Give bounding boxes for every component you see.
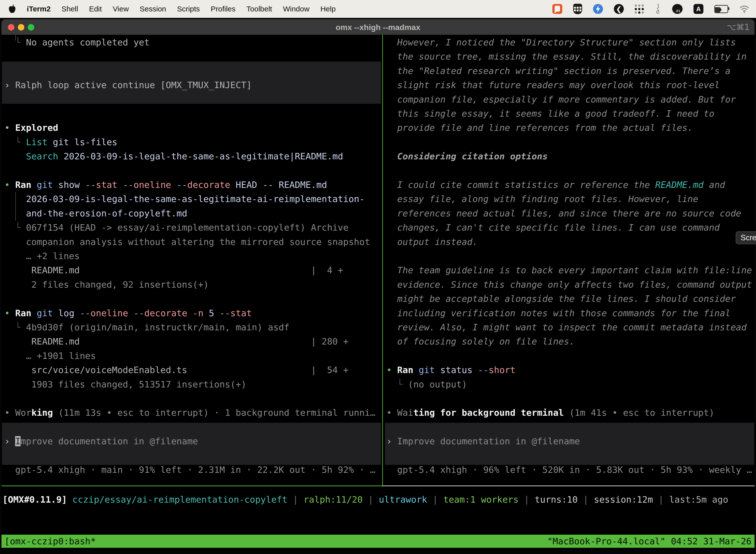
terminal-line: output instead. (386, 235, 478, 249)
ran-git-show: • Ran git show --stat --oneline --decora… (4, 178, 327, 192)
prompt-line-left: › Improve documentation in @filename (4, 434, 198, 448)
blue-bolt-icon[interactable] (593, 4, 603, 14)
explored-search: Search 2026-03-09-is-legal-the-same-as-l… (4, 149, 343, 163)
terminal-line: companion analysis without altering the … (4, 235, 370, 249)
diffstat-readme-2: README.md | 280 + (4, 334, 349, 348)
left-pane-bottom-border (1, 486, 382, 486)
diffstat-readme: README.md | 4 + (4, 263, 343, 277)
terminal-line: references need actual files, and since … (386, 206, 741, 220)
privacy-shield-icon[interactable] (573, 4, 582, 14)
ralph-inject-line: › Ralph loop active continue [OMX_TMUX_I… (4, 78, 252, 92)
window-titlebar: omx --xhigh --madmax ⌥⌘1 (1, 19, 755, 35)
menu-item-profiles[interactable]: Profiles (210, 5, 235, 13)
terminal-line: 2026-03-09-is-legal-the-same-as-legitima… (4, 192, 365, 206)
waiting-status: • Waiting for background terminal (1m 41… (386, 405, 714, 420)
window-title: omx --xhigh --madmax (1, 19, 755, 35)
terminal-line: 1903 files changed, 513517 insertions(+) (4, 377, 246, 391)
terminal-line: review. Also, I might want to inspect th… (386, 320, 747, 334)
reasoning-para2: I could cite commit statistics or refere… (386, 178, 725, 192)
tmux-status-bar: [omx-cczip0:bash* "MacBook-Pro-44.local"… (1, 535, 755, 548)
ran-git-status: • Ran git status --short (386, 363, 515, 377)
tmux-host-clock: "MacBook-Pro-44.local" 04:52 31-Mar-26 (547, 535, 752, 548)
menu-item-app[interactable]: iTerm2 (27, 5, 51, 13)
menu-item-edit[interactable]: Edit (89, 5, 102, 13)
terminal-line: including verification notes with those … (386, 306, 731, 320)
menu-bar: iTerm2 ShellEditViewSessionScriptsProfil… (0, 0, 756, 18)
terminal-line: and-the-erosion-of-copyleft.md (4, 206, 187, 220)
reasoning-para3: The team guideline is to back every impo… (386, 263, 752, 277)
menu-item-help[interactable]: Help (320, 5, 336, 13)
desktop: iTerm2 ShellEditViewSessionScriptsProfil… (0, 0, 756, 554)
menu-item-view[interactable]: View (113, 5, 129, 13)
terminal-line: might be acceptable alongside the file l… (386, 292, 736, 306)
terminal-line: … +2 lines (4, 249, 80, 263)
menu-status-icons: ❮ ..61 A (552, 3, 756, 14)
menu-items: iTerm2 ShellEditViewSessionScriptsProfil… (0, 4, 335, 13)
wifi-icon[interactable] (739, 5, 750, 13)
terminal-line: └ (no output) (386, 377, 467, 391)
explored-header: • Explored (4, 121, 58, 135)
prompt-line-right: › Improve documentation in @filename (386, 434, 580, 448)
input-source-icon[interactable]: A (693, 4, 703, 14)
notch-app-icon[interactable]: ❮ (614, 4, 624, 14)
menu-item-session[interactable]: Session (140, 5, 166, 13)
pane-divider[interactable] (382, 35, 383, 486)
terminal-line: the source tree, missing the essay. Stil… (386, 49, 747, 63)
apple-icon[interactable] (8, 4, 16, 13)
session-stats-left: gpt-5.4 xhigh · main · 91% left · 2.31M … (4, 463, 376, 477)
terminal-line: evidence. Since this change only affects… (386, 277, 752, 292)
screen-record-icon[interactable] (552, 4, 562, 14)
menu-item-window[interactable]: Window (283, 5, 310, 13)
terminal-line: slight risk that future readers may over… (386, 78, 720, 92)
terminal-line: essay file, along with finding root file… (386, 192, 698, 206)
terminal-line: this single essay, it seems like a good … (386, 107, 714, 121)
stats-61-icon[interactable]: ..61 (672, 4, 683, 14)
window-shortcut: ⌥⌘1 (727, 19, 750, 35)
diffstat-voicemode: src/voice/voiceModeEnabled.ts | 54 + (4, 363, 349, 377)
no-agents-line: └ No agents completed yet (4, 35, 149, 49)
reasoning-heading: Considering citation options (386, 149, 548, 163)
ran-git-log: • Ran git log --oneline --decorate -n 5 … (4, 306, 252, 320)
reasoning-para1: However, I noticed the "Directory Struct… (386, 35, 736, 49)
right-pane-bottom-border (382, 486, 755, 486)
terminal-line: the "Related research writing" section i… (386, 64, 731, 78)
terminal-line: └ 4b9d30f (origin/main, instructkr/main,… (4, 320, 290, 334)
terminal-line: 2 files changed, 92 insertions(+) (4, 277, 209, 292)
explored-list: └ List git ls-files (4, 135, 117, 149)
terminal-line: companion file, especially if more comme… (386, 92, 736, 107)
menu-item-toolbelt[interactable]: Toolbelt (247, 5, 272, 13)
session-stats-right: gpt-5.4 xhigh · 96% left · 520K in · 5.8… (386, 463, 752, 477)
terminal-line: └ 067f154 (HEAD -> essay/ai-reimplementa… (4, 220, 349, 234)
working-status: • Working (11m 13s • esc to interrupt) ·… (4, 405, 376, 420)
terminal-line: changes, I can't cite specific file line… (386, 220, 720, 234)
omx-status-line: [OMX#0.11.9] cczip/essay/ai-reimplementa… (2, 492, 728, 507)
dots-grid-icon[interactable] (635, 4, 644, 14)
terminal-line: … +1901 lines (4, 349, 96, 363)
screen-overlay-tooltip: Scre (736, 231, 756, 244)
menu-item-scripts[interactable]: Scripts (177, 5, 200, 13)
squiggle-icon[interactable] (655, 3, 661, 14)
terminal-line: provide file and line references from th… (386, 121, 693, 135)
tmux-session-label: [omx-cczip0:bash* (4, 535, 96, 548)
terminal-line: of focusing solely on file lines. (386, 334, 575, 348)
battery-icon[interactable] (714, 5, 728, 13)
menu-item-shell[interactable]: Shell (62, 5, 78, 13)
